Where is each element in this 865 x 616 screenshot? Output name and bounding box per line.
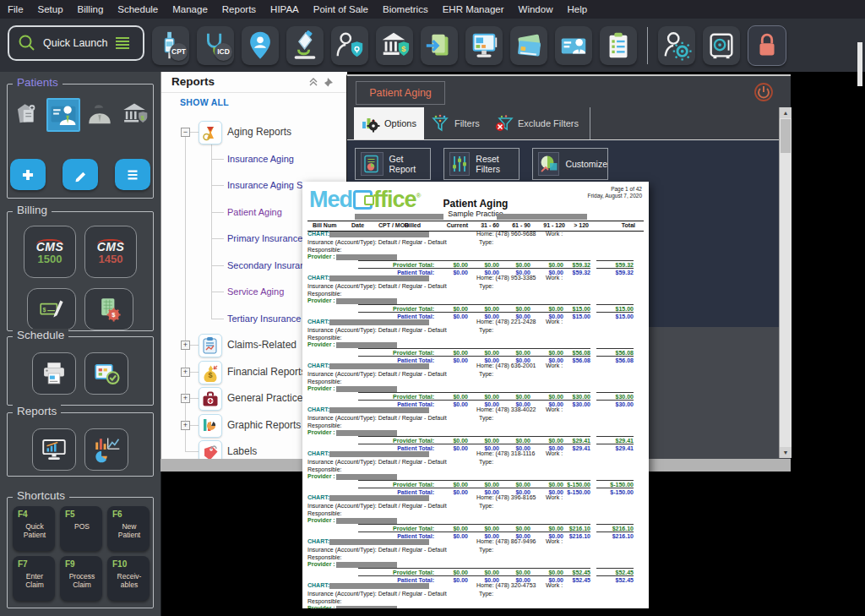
toolbar-lock-button[interactable] <box>748 25 786 66</box>
tree-item-claims-related[interactable]: Claims-Related <box>227 339 296 351</box>
toolbar-separator <box>647 27 648 64</box>
patient-block: CHART:Home: (478) 320-4753Work :Insuranc… <box>307 582 644 608</box>
print-checks-button[interactable]: $ <box>27 288 76 330</box>
tree-item-insurance-aging[interactable]: Insurance Aging <box>227 154 294 164</box>
shortcut-f4-button[interactable]: F4Quick Patient <box>13 506 55 551</box>
scroll-down-icon[interactable]: ▼ <box>780 447 792 458</box>
report-viewer-button[interactable] <box>32 428 76 471</box>
shortcut-f7-button[interactable]: F7Enter Claim <box>13 556 55 601</box>
work-label: Work : <box>546 231 563 237</box>
provider-total-value: $-150.00 <box>553 480 590 488</box>
responsible-label: Responsible: <box>307 291 341 297</box>
print-schedule-button[interactable] <box>32 352 76 395</box>
toolbar-credit-cards-button[interactable] <box>510 26 547 65</box>
responsible-label: Responsible: <box>307 554 341 560</box>
toolbar-patient-insurance-button[interactable] <box>331 26 368 65</box>
redacted-provider-name <box>336 474 397 480</box>
tree-expander-graphic-reports[interactable]: + <box>181 421 190 430</box>
menu-item-ehr-manager[interactable]: EHR Manager <box>443 4 504 14</box>
tree-item-labels[interactable]: Labels <box>227 445 257 457</box>
tree-expander-aging-reports[interactable]: − <box>181 128 190 137</box>
tree-expander-general-practice[interactable]: + <box>181 394 190 403</box>
tab-exclude-filters[interactable]: Exclude Filters <box>487 107 586 139</box>
tree-expander-claims-related[interactable]: + <box>181 341 190 350</box>
edit-patient-button[interactable] <box>63 159 98 190</box>
provider-label: Provider : <box>307 605 335 608</box>
customize-button[interactable]: Customize <box>532 148 608 180</box>
toolbar-claims-transfer-button[interactable] <box>421 26 458 65</box>
quick-launch-button[interactable]: Quick Launch <box>8 25 144 61</box>
menu-item-point-of-sale[interactable]: Point of Sale <box>313 4 368 14</box>
menu-item-help[interactable]: Help <box>567 4 587 14</box>
redacted-patient-name <box>329 319 429 325</box>
menu-item-hipaa[interactable]: HIPAA <box>270 4 299 14</box>
patient-aging-title: Patient Aging <box>369 87 432 99</box>
column-header-date: Date <box>351 222 364 228</box>
tree-item-service-aging[interactable]: Service Aging <box>227 286 284 297</box>
redacted-provider-name <box>336 298 397 304</box>
menu-item-window[interactable]: Window <box>519 4 553 14</box>
tree-item-graphic-reports[interactable]: Graphic Reports <box>227 419 301 431</box>
type-label: Type: <box>479 459 493 465</box>
toolbar-cpt-codes-button[interactable]: CPT <box>152 26 189 65</box>
cms-1450-button[interactable]: CMS 1450 <box>84 226 137 278</box>
pos-terminal-icon <box>468 30 500 62</box>
provider-id-card-icon <box>558 30 590 62</box>
menu-item-biometrics[interactable]: Biometrics <box>383 4 428 14</box>
menu-item-file[interactable]: File <box>8 4 24 14</box>
patient-id-card-icon[interactable] <box>46 98 80 132</box>
shortcuts-section-title: Shortcuts <box>13 489 69 502</box>
toolbar-lab-button[interactable] <box>286 26 324 65</box>
provider-total-label: Provider Total: <box>358 524 434 532</box>
shortcut-f5-button[interactable]: F5POS <box>60 506 102 551</box>
toolbar-vault-button[interactable] <box>703 26 740 65</box>
tree-item-patient-aging[interactable]: Patient Aging <box>227 207 282 217</box>
provider-label: Provider : <box>307 385 335 391</box>
menu-item-manage[interactable]: Manage <box>172 4 208 14</box>
customize-icon <box>538 152 559 176</box>
patient-documents-icon[interactable] <box>12 100 42 130</box>
toolbar-bank-deposits-button[interactable]: $ <box>376 26 413 65</box>
tree-item-financial-reports[interactable]: Financial Reports <box>227 366 306 378</box>
tree-item-aging-reports[interactable]: Aging Reports <box>227 126 291 138</box>
patient-list-button[interactable] <box>115 159 150 190</box>
cms-1500-button[interactable]: CMS 1500 <box>24 226 76 278</box>
insurance-line: Insurance (Account/Type): Default / Regu… <box>307 371 447 377</box>
scroll-up-icon[interactable]: ▲ <box>780 107 792 118</box>
chart-label: CHART: <box>307 231 329 237</box>
patient-aging-tabs: OptionsFiltersExclude Filters <box>347 107 779 140</box>
tab-options[interactable]: Options <box>354 107 424 139</box>
tab-filters[interactable]: Filters <box>424 107 487 139</box>
toolbar-provider-id-card-button[interactable] <box>555 26 592 65</box>
app-window: FileSetupBillingScheduleManageReportsHIP… <box>0 0 865 616</box>
toolbar-provider-location-button[interactable] <box>242 26 279 65</box>
menu-item-billing[interactable]: Billing <box>78 4 104 14</box>
appointments-button[interactable] <box>84 352 128 395</box>
vertical-scrollbar[interactable]: ▲ ▼ <box>779 107 792 458</box>
reset-filters-button[interactable]: Reset Filters <box>443 148 520 180</box>
add-patient-button[interactable] <box>10 159 46 190</box>
toolbar-user-settings-button[interactable] <box>658 26 695 65</box>
tree-expander-financial-reports[interactable]: + <box>181 368 190 377</box>
menu-item-setup[interactable]: Setup <box>38 4 63 14</box>
get-report-button[interactable]: Get Report <box>355 148 431 180</box>
tree-item-general-practice[interactable]: General Practice <box>227 392 302 404</box>
redacted-patient-name <box>329 407 429 413</box>
shortcut-f6-button[interactable]: F6New Patient <box>107 506 150 551</box>
toolbar-icd-codes-button[interactable]: ICD <box>197 26 234 65</box>
patient-accounts-icon[interactable]: $ <box>119 100 150 130</box>
shortcut-f9-button[interactable]: F9Process Claim <box>60 556 102 601</box>
provider-total-value: $29.41 <box>553 436 590 444</box>
power-icon[interactable] <box>753 82 774 102</box>
task-list-icon <box>602 30 634 62</box>
menu-item-schedule[interactable]: Schedule <box>117 4 158 14</box>
scrollbar-thumb[interactable] <box>781 119 791 153</box>
statements-button[interactable]: $ <box>84 288 133 330</box>
hamburger-icon <box>114 36 131 50</box>
menu-item-reports[interactable]: Reports <box>222 4 256 14</box>
guarantor-icon[interactable] <box>84 100 115 130</box>
shortcut-f10-button[interactable]: F10Receiv- ables <box>107 556 150 601</box>
graphic-reports-button[interactable] <box>84 428 128 471</box>
toolbar-task-list-button[interactable] <box>600 26 637 65</box>
toolbar-pos-terminal-button[interactable] <box>465 26 503 65</box>
